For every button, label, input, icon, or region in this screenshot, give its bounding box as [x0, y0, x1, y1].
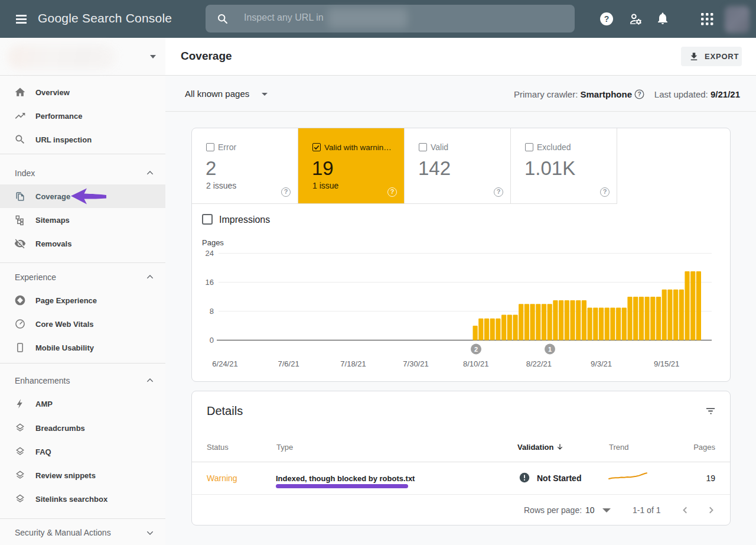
svg-text:8/22/21: 8/22/21: [526, 359, 552, 368]
svg-text:?: ?: [604, 14, 610, 24]
svg-text:9/3/21: 9/3/21: [591, 359, 612, 368]
svg-text:9/15/21: 9/15/21: [654, 359, 679, 368]
svg-text:7/30/21: 7/30/21: [403, 359, 428, 368]
svg-text:6/24/21: 6/24/21: [212, 359, 237, 368]
svg-text:16: 16: [206, 278, 214, 287]
svg-text:8: 8: [210, 307, 214, 316]
svg-text:Pages: Pages: [202, 238, 224, 247]
svg-text:2: 2: [474, 346, 478, 353]
svg-text:7/6/21: 7/6/21: [278, 359, 299, 368]
svg-text:?: ?: [638, 91, 641, 98]
svg-text:1: 1: [548, 346, 552, 353]
svg-text:7/18/21: 7/18/21: [340, 359, 366, 368]
svg-text:8/10/21: 8/10/21: [463, 359, 488, 368]
svg-text:0: 0: [210, 336, 214, 345]
svg-text:24: 24: [206, 249, 214, 258]
